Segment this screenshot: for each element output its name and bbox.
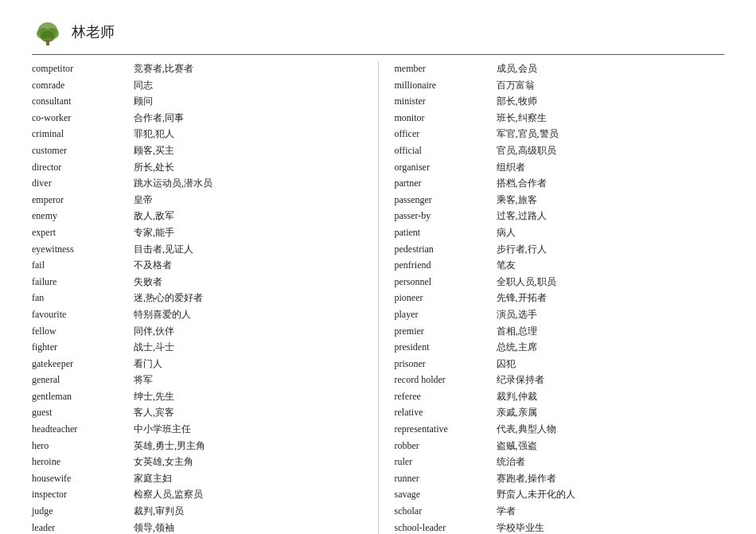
page-title: 林老师: [72, 22, 115, 41]
english-word: pioneer: [395, 290, 490, 306]
english-word: savage: [395, 487, 490, 502]
chinese-translation: 统治者: [490, 454, 575, 470]
chinese-translation: 所长,处长: [127, 160, 212, 175]
chinese-translation: 班长,纠察生: [490, 111, 575, 126]
english-word: prisoner: [395, 357, 490, 372]
chinese-translation: 成员,会员: [490, 61, 575, 76]
english-word: fighter: [32, 340, 127, 355]
chinese-translation: 代表,典型人物: [490, 422, 575, 437]
list-item: diver 跳水运动员,潜水员: [32, 176, 212, 191]
chinese-translation: 囚犯: [490, 357, 575, 372]
list-item: competitor 竞赛者,比赛者: [32, 61, 212, 76]
english-word: president: [395, 340, 490, 355]
right-column-group: member 成员,会员 millionaire 百万富翁 minister 部…: [395, 61, 725, 534]
list-item: favourite 特别喜爱的人: [32, 307, 212, 322]
english-word: monitor: [395, 111, 490, 126]
chinese-translation: 迷,热心的爱好者: [127, 290, 212, 306]
right-words: member 成员,会员 millionaire 百万富翁 minister 部…: [395, 61, 575, 534]
chinese-translation: 野蛮人,未开化的人: [490, 487, 575, 502]
english-word: heroine: [32, 454, 127, 470]
list-item: fail 不及格者: [32, 258, 212, 273]
english-word: record holder: [395, 372, 490, 388]
chinese-translation: 首相,总理: [490, 324, 575, 339]
chinese-translation: 纪录保持者: [490, 372, 575, 388]
english-word: competitor: [32, 61, 127, 76]
english-word: hero: [32, 439, 127, 454]
list-item: criminal 罪犯,犯人: [32, 127, 212, 142]
list-item: customer 顾客,买主: [32, 143, 212, 158]
list-item: representative 代表,典型人物: [395, 422, 575, 437]
chinese-translation: 全职人员,职员: [490, 275, 575, 290]
list-item: passenger 乘客,旅客: [395, 193, 575, 208]
list-item: heroine 女英雄,女主角: [32, 454, 212, 470]
list-item: hero 英雄,勇士,男主角: [32, 439, 212, 454]
list-item: passer-by 过客,过路人: [395, 209, 575, 224]
chinese-translation: 不及格者: [127, 258, 212, 273]
chinese-translation: 家庭主妇: [127, 471, 212, 486]
list-item: officer 军官,官员,警员: [395, 127, 575, 142]
chinese-translation: 笔友: [490, 258, 575, 273]
list-item: housewife 家庭主妇: [32, 471, 212, 486]
english-word: fan: [32, 290, 127, 306]
chinese-translation: 部长,牧师: [490, 94, 575, 109]
list-item: consultant 顾问: [32, 94, 212, 109]
chinese-translation: 顾问: [127, 94, 212, 109]
list-item: emperor 皇帝: [32, 193, 212, 208]
english-word: housewife: [32, 471, 127, 486]
chinese-translation: 检察人员,监察员: [127, 487, 212, 502]
english-word: judge: [32, 504, 127, 519]
english-word: penfriend: [395, 258, 490, 273]
list-item: failure 失败者: [32, 275, 212, 290]
chinese-translation: 裁判,仲裁: [490, 389, 575, 404]
list-item: enemy 敌人,敌军: [32, 209, 212, 224]
chinese-translation: 竞赛者,比赛者: [127, 61, 212, 76]
english-word: officer: [395, 127, 490, 142]
chinese-translation: 百万富翁: [490, 78, 575, 93]
chinese-translation: 合作者,同事: [127, 111, 212, 126]
chinese-translation: 目击者,见证人: [127, 242, 212, 257]
chinese-translation: 官员,高级职员: [490, 143, 575, 158]
english-word: comrade: [32, 78, 127, 93]
chinese-translation: 罪犯,犯人: [127, 127, 212, 142]
chinese-translation: 敌人,敌军: [127, 209, 212, 224]
list-item: director 所长,处长: [32, 160, 212, 175]
chinese-translation: 裁判,审判员: [127, 504, 212, 519]
list-item: relative 亲戚,亲属: [395, 405, 575, 420]
list-item: pedestrian 步行者,行人: [395, 242, 575, 257]
list-item: savage 野蛮人,未开化的人: [395, 487, 575, 502]
list-item: school-leader 学校毕业生: [395, 520, 575, 534]
list-item: runner 赛跑者,操作者: [395, 471, 575, 486]
chinese-translation: 特别喜爱的人: [127, 307, 212, 322]
list-item: prisoner 囚犯: [395, 357, 575, 372]
list-item: leader 领导,领袖: [32, 520, 212, 534]
english-word: enemy: [32, 209, 127, 224]
english-word: relative: [395, 405, 490, 420]
chinese-translation: 军官,官员,警员: [490, 127, 575, 142]
chinese-translation: 学者: [490, 504, 575, 519]
list-item: fellow 同伴,伙伴: [32, 324, 212, 339]
chinese-translation: 中小学班主任: [127, 422, 212, 437]
chinese-translation: 组织者: [490, 160, 575, 175]
english-word: consultant: [32, 94, 127, 109]
english-word: patient: [395, 225, 490, 240]
chinese-translation: 同伴,伙伴: [127, 324, 212, 339]
list-item: gentleman 绅士,先生: [32, 389, 212, 404]
chinese-translation: 女英雄,女主角: [127, 454, 212, 470]
list-item: ruler 统治者: [395, 454, 575, 470]
list-item: penfriend 笔友: [395, 258, 575, 273]
list-item: pioneer 先锋,开拓者: [395, 290, 575, 306]
chinese-translation: 盗贼,强盗: [490, 439, 575, 454]
list-item: personnel 全职人员,职员: [395, 275, 575, 290]
chinese-translation: 赛跑者,操作者: [490, 471, 575, 486]
chinese-translation: 演员,选手: [490, 307, 575, 322]
chinese-translation: 失败者: [127, 275, 212, 290]
chinese-translation: 将军: [127, 372, 212, 388]
english-word: fellow: [32, 324, 127, 339]
list-item: record holder 纪录保持者: [395, 372, 575, 388]
english-word: premier: [395, 324, 490, 339]
chinese-translation: 步行者,行人: [490, 242, 575, 257]
chinese-translation: 过客,过路人: [490, 209, 575, 224]
list-item: guest 客人,宾客: [32, 405, 212, 420]
list-item: premier 首相,总理: [395, 324, 575, 339]
english-word: organiser: [395, 160, 490, 175]
